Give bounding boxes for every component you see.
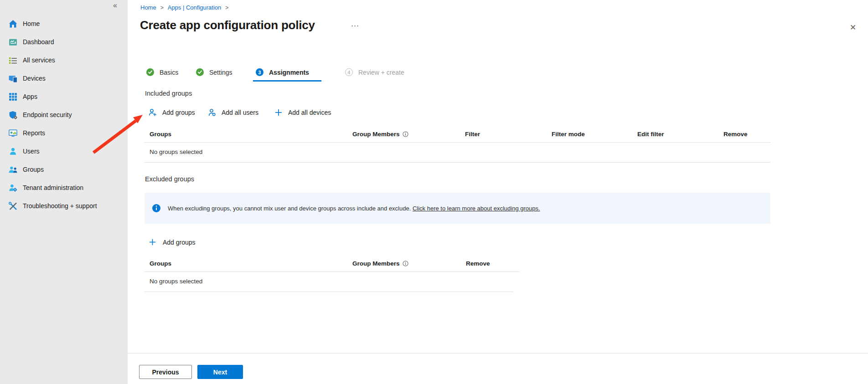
breadcrumb-separator: >	[225, 5, 228, 11]
excluded-table-header-row: Groups Group Members Remove	[144, 256, 520, 272]
column-header-groups: Groups	[150, 260, 171, 267]
column-header-remove: Remove	[723, 131, 748, 138]
person-all-users-icon	[207, 108, 217, 117]
person-add-icon	[148, 108, 157, 117]
column-header-filter-mode: Filter mode	[552, 131, 585, 138]
groups-icon	[8, 165, 18, 174]
included-groups-title: Included groups	[145, 90, 192, 97]
empty-state-text: No groups selected	[150, 148, 202, 155]
sidebar-item-home[interactable]: Home	[0, 15, 128, 33]
breadcrumb-home-link[interactable]: Home	[140, 4, 156, 11]
reports-icon	[8, 128, 18, 138]
banner-message: When excluding groups, you cannot mix us…	[168, 205, 411, 212]
sidebar-item-troubleshooting-support[interactable]: Troubleshooting + support	[0, 197, 128, 215]
nav-sidebar: « Home Dashboard All services Devices Ap…	[0, 0, 128, 384]
add-all-devices-button[interactable]: Add all devices	[274, 108, 331, 117]
tab-basics[interactable]: Basics	[146, 68, 178, 76]
info-banner: When excluding groups, you cannot mix us…	[145, 193, 770, 224]
sidebar-item-tenant-administration[interactable]: Tenant administration	[0, 179, 128, 197]
sidebar-item-apps[interactable]: Apps	[0, 87, 128, 106]
troubleshooting-icon	[8, 201, 18, 211]
devices-icon	[8, 74, 18, 83]
check-circle-icon	[196, 68, 204, 76]
breadcrumb-apps-configuration-link[interactable]: Apps | Configuration	[168, 4, 222, 11]
add-all-devices-label: Add all devices	[288, 109, 331, 116]
sidebar-nav-list: Home Dashboard All services Devices Apps	[0, 15, 128, 215]
add-groups-label: Add groups	[162, 109, 195, 116]
empty-state-text: No groups selected	[150, 278, 202, 285]
tab-label: Basics	[160, 69, 178, 76]
column-header-label: Group Members	[352, 131, 400, 138]
plus-icon	[148, 238, 157, 246]
more-menu-icon[interactable]: ...	[351, 19, 359, 29]
sidebar-item-label: Users	[23, 148, 40, 155]
previous-button[interactable]: Previous	[139, 365, 192, 379]
excluded-groups-table: Groups Group Members Remove No groups se…	[144, 256, 520, 292]
create-app-config-policy-page: « Home Dashboard All services Devices Ap…	[0, 0, 868, 384]
included-table-empty-row: No groups selected	[144, 143, 770, 163]
step-number-icon: 3	[256, 68, 264, 76]
excluded-groups-title: Excluded groups	[145, 175, 194, 183]
sidebar-item-endpoint-security[interactable]: Endpoint security	[0, 106, 128, 124]
excluded-add-groups-button[interactable]: Add groups	[148, 238, 196, 246]
sidebar-item-label: Groups	[23, 166, 44, 173]
all-services-icon	[8, 56, 18, 65]
sidebar-collapse-icon[interactable]: «	[113, 1, 117, 10]
tab-settings[interactable]: Settings	[196, 68, 232, 76]
column-header-remove: Remove	[466, 260, 490, 267]
sidebar-item-label: Dashboard	[23, 38, 54, 46]
tab-review-create[interactable]: 4 Review + create	[345, 68, 404, 76]
step-number-icon: 4	[345, 68, 353, 76]
column-header-label: Group Members	[352, 260, 400, 267]
active-tab-underline	[253, 80, 321, 82]
column-header-edit-filter: Edit filter	[637, 131, 664, 138]
home-icon	[8, 19, 18, 29]
sidebar-item-users[interactable]: Users	[0, 142, 128, 160]
sidebar-item-label: All services	[23, 56, 55, 64]
page-title: Create app configuration policy	[140, 18, 315, 32]
banner-text: When excluding groups, you cannot mix us…	[168, 205, 540, 212]
sidebar-item-label: Tenant administration	[23, 184, 83, 191]
tab-label: Assignments	[269, 69, 309, 76]
sidebar-item-devices[interactable]: Devices	[0, 69, 128, 87]
add-groups-button[interactable]: Add groups	[148, 108, 195, 117]
sidebar-item-label: Home	[23, 20, 40, 27]
included-groups-table: Groups Group Members Filter Filter mode …	[144, 127, 770, 163]
sidebar-item-reports[interactable]: Reports	[0, 124, 128, 142]
sidebar-item-label: Apps	[23, 93, 37, 100]
sidebar-item-all-services[interactable]: All services	[0, 51, 128, 69]
column-header-groups: Groups	[150, 131, 171, 138]
sidebar-item-label: Troubleshooting + support	[23, 202, 97, 210]
tenant-admin-icon	[8, 183, 18, 193]
sidebar-item-dashboard[interactable]: Dashboard	[0, 33, 128, 51]
endpoint-security-icon	[8, 110, 18, 120]
breadcrumb: Home > Apps | Configuration >	[140, 4, 228, 11]
breadcrumb-separator: >	[160, 5, 164, 11]
plus-icon	[274, 108, 283, 117]
info-icon[interactable]	[403, 131, 408, 137]
add-all-users-label: Add all users	[222, 109, 258, 116]
column-header-group-members: Group Members	[352, 131, 408, 138]
sidebar-item-groups[interactable]: Groups	[0, 160, 128, 179]
tab-label: Review + create	[358, 69, 404, 76]
banner-learn-more-link[interactable]: Click here to learn more about excluding…	[413, 205, 540, 212]
apps-icon	[8, 92, 18, 102]
column-header-group-members: Group Members	[352, 260, 408, 267]
sidebar-item-label: Reports	[23, 129, 45, 137]
sidebar-item-label: Devices	[23, 75, 46, 82]
info-icon[interactable]	[403, 261, 408, 266]
add-all-users-button[interactable]: Add all users	[207, 108, 258, 117]
dashboard-icon	[8, 37, 18, 47]
next-button[interactable]: Next	[197, 365, 243, 379]
info-filled-icon	[152, 204, 161, 213]
column-header-filter: Filter	[465, 131, 480, 138]
footer-divider	[128, 353, 868, 353]
excluded-add-groups-label: Add groups	[163, 239, 196, 246]
check-circle-icon	[146, 68, 154, 76]
tab-assignments[interactable]: 3 Assignments	[256, 68, 309, 76]
tab-label: Settings	[209, 69, 232, 76]
included-table-header-row: Groups Group Members Filter Filter mode …	[144, 127, 770, 143]
users-icon	[8, 147, 18, 156]
close-icon[interactable]: ✕	[850, 23, 856, 32]
excluded-table-empty-row: No groups selected	[144, 272, 513, 292]
